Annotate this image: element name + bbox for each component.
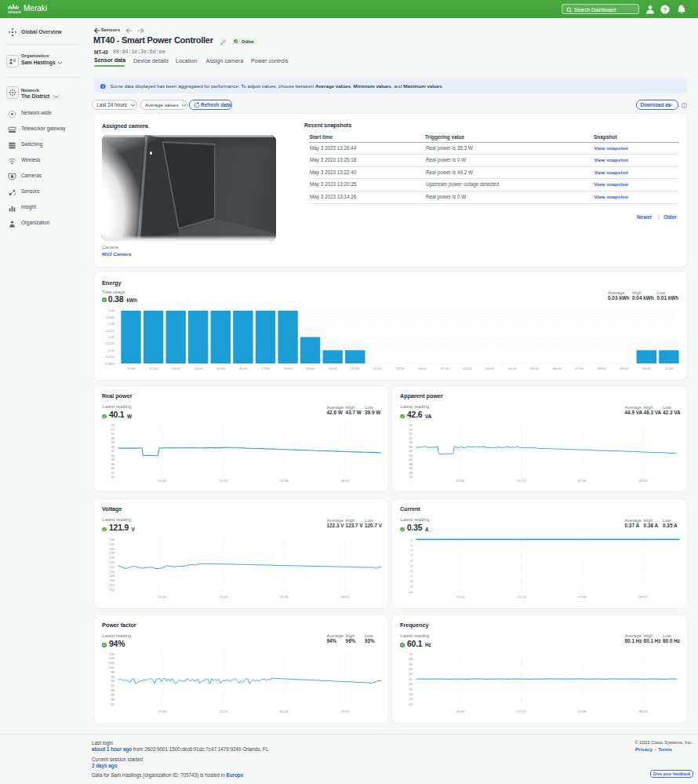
svg-text:02:46: 02:46 [280,479,289,483]
svg-text:102: 102 [109,661,115,665]
svg-text:08:20: 08:20 [341,709,351,713]
svg-text:-2: -2 [409,549,413,552]
svg-text:98: 98 [111,669,115,673]
svg-text:132: 132 [109,542,115,546]
svg-text:07:00: 07:00 [575,366,584,370]
svg-text:96: 96 [111,674,115,678]
svg-text:-6: -6 [409,569,413,573]
svg-text:15:40: 15:40 [456,595,466,599]
svg-text:15:40: 15:40 [456,479,466,483]
svg-text:50: 50 [111,432,115,436]
svg-text:22:00: 22:00 [373,366,383,370]
svg-text:54: 54 [409,428,413,432]
svg-text:62: 62 [409,672,413,676]
svg-text:52: 52 [111,428,115,432]
svg-text:23:00: 23:00 [396,366,405,370]
svg-text:02:46: 02:46 [280,595,289,599]
svg-text:21:00: 21:00 [351,366,360,370]
svg-text:116: 116 [109,578,115,582]
svg-text:09:00: 09:00 [620,366,629,370]
svg-text:0.035: 0.035 [106,315,115,319]
svg-text:17:00: 17:00 [261,366,271,370]
svg-text:94: 94 [111,679,115,683]
svg-text:126: 126 [109,556,115,560]
svg-text:44: 44 [111,445,115,449]
svg-text:52: 52 [409,432,413,436]
svg-text:06:00: 06:00 [553,366,562,370]
svg-text:42: 42 [409,454,413,458]
svg-text:30: 30 [111,475,115,479]
svg-text:60: 60 [409,676,413,680]
svg-text:14:00: 14:00 [194,366,203,370]
svg-text:114: 114 [109,583,115,587]
svg-text:38: 38 [409,462,413,466]
svg-text:44: 44 [409,449,413,453]
svg-text:124: 124 [109,560,115,564]
svg-text:68: 68 [409,657,413,661]
svg-text:08:20: 08:20 [341,479,351,483]
svg-text:08:00: 08:00 [598,366,607,370]
svg-text:10:00: 10:00 [642,366,652,370]
svg-text:46: 46 [409,445,413,449]
svg-text:19:00: 19:00 [306,366,315,370]
svg-text:-4: -4 [409,559,413,563]
svg-text:0.015: 0.015 [106,341,115,345]
svg-text:0: 0 [411,538,413,542]
svg-text:122: 122 [109,565,115,569]
svg-text:0 kWh: 0 kWh [105,362,115,366]
svg-text:12:00: 12:00 [149,366,158,370]
svg-text:38: 38 [111,458,115,461]
svg-text:-10: -10 [408,590,413,594]
svg-text:34: 34 [409,471,413,475]
svg-text:90: 90 [111,688,115,692]
svg-text:54: 54 [111,423,115,427]
svg-text:134: 134 [109,538,115,542]
svg-text:?: ? [663,5,667,13]
svg-text:03:00: 03:00 [485,366,495,370]
svg-text:0.005: 0.005 [106,355,115,359]
svg-text:56: 56 [409,687,413,691]
svg-text:34: 34 [111,466,115,470]
svg-text:0.025: 0.025 [106,329,115,333]
svg-text:88: 88 [111,692,115,696]
svg-text:04:00: 04:00 [507,366,517,370]
svg-text:48: 48 [111,436,115,440]
svg-text:86: 86 [111,697,115,701]
svg-text:21:13: 21:13 [219,595,228,599]
svg-text:0.04: 0.04 [108,308,115,312]
svg-text:-1: -1 [409,543,413,547]
svg-text:21:13: 21:13 [517,595,526,599]
svg-text:21:13: 21:13 [219,709,228,713]
svg-text:08:20: 08:20 [639,479,649,483]
svg-text:58: 58 [409,682,413,686]
svg-text:32: 32 [111,471,115,475]
svg-text:-9: -9 [409,585,413,589]
svg-text:15:40: 15:40 [158,479,168,483]
svg-text:0.01: 0.01 [108,348,115,352]
svg-text:70: 70 [409,652,413,656]
svg-text:130: 130 [109,547,115,551]
svg-text:11:00: 11:00 [665,366,674,370]
svg-text:0.03: 0.03 [108,322,115,326]
svg-text:-3: -3 [409,553,413,557]
svg-text:56: 56 [409,423,413,427]
svg-text:18:00: 18:00 [284,366,293,370]
svg-text:02:46: 02:46 [280,709,289,713]
svg-text:64: 64 [409,667,413,671]
svg-text:50: 50 [409,436,413,440]
svg-text:92: 92 [111,684,115,687]
svg-text:118: 118 [109,574,115,578]
svg-text:46: 46 [111,440,115,444]
svg-text:cisco: cisco [8,9,21,14]
svg-text:52: 52 [409,697,413,701]
svg-text:48: 48 [409,440,413,444]
svg-text:-8: -8 [409,579,413,583]
svg-text:36: 36 [409,466,413,470]
svg-text:66: 66 [409,662,413,665]
svg-text:100: 100 [109,665,115,669]
svg-text:106: 106 [109,651,115,655]
svg-text:08:20: 08:20 [341,595,351,599]
svg-text:36: 36 [111,462,115,466]
svg-text:40: 40 [409,458,413,461]
svg-text:0.02: 0.02 [108,335,115,339]
